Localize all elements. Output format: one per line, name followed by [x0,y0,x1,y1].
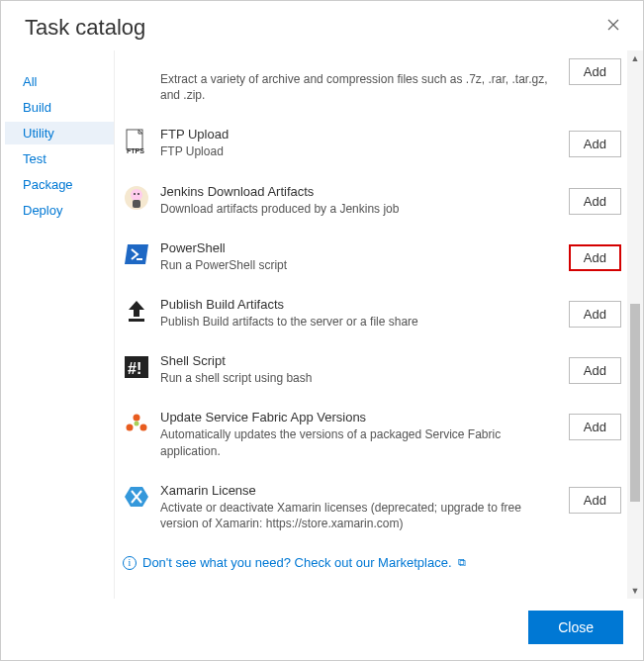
add-button[interactable]: Add [569,58,621,85]
svg-text:#!: #! [128,360,141,377]
task-description: FTP Upload [160,143,559,159]
svg-rect-7 [133,200,140,208]
task-title: FTP Upload [160,127,559,142]
task-row: Publish Build ArtifactsPublish Build art… [115,289,627,345]
task-description: Publish Build artifacts to the server or… [160,314,559,330]
sidebar-item-test[interactable]: Test [5,147,114,170]
task-row: Xamarin LicenseActivate or deactivate Xa… [115,475,627,547]
task-title: Publish Build Artifacts [160,297,559,312]
task-title: Jenkins Download Artifacts [160,184,559,199]
sidebar-item-build[interactable]: Build [5,96,114,119]
svg-text:FTPS: FTPS [127,147,144,154]
dialog-body: AllBuildUtilityTestPackageDeploy Extract… [1,50,643,599]
task-catalog-dialog: Task catalog AllBuildUtilityTestPackageD… [0,0,644,661]
sidebar-item-package[interactable]: Package [5,173,114,196]
xamarin-icon [123,483,150,511]
sidebar-item-utility[interactable]: Utility [5,122,114,144]
add-button[interactable]: Add [569,301,621,328]
main-panel: Extract FilesExtract a variety of archiv… [114,50,643,599]
sidebar-item-deploy[interactable]: Deploy [5,199,114,222]
shell-icon: #! [123,353,150,381]
task-description: Activate or deactivate Xamarin licenses … [160,500,559,531]
ftps-icon: FTPS [123,127,150,154]
close-button[interactable]: Close [528,611,623,644]
dialog-title: Task catalog [25,15,145,41]
info-icon: i [123,556,137,570]
task-row: Jenkins Download ArtifactsDownload artif… [115,176,627,233]
svg-rect-10 [129,319,144,322]
marketplace-link[interactable]: Don't see what you need? Check out our M… [142,555,452,570]
add-button[interactable]: Add [569,414,621,440]
task-text: Publish Build ArtifactsPublish Build art… [160,297,569,330]
task-text: Shell ScriptRun a shell script using bas… [160,353,569,386]
task-title: Shell Script [160,353,559,368]
task-text: Extract FilesExtract a variety of archiv… [160,54,569,103]
task-title: Xamarin License [160,483,559,498]
task-text: Jenkins Download ArtifactsDownload artif… [160,184,569,217]
task-text: Xamarin LicenseActivate or deactivate Xa… [160,483,569,531]
task-list: Extract FilesExtract a variety of archiv… [115,50,627,599]
add-button[interactable]: Add [569,131,621,157]
scroll-up-icon[interactable]: ▲ [627,50,643,66]
svg-point-9 [138,193,139,195]
category-sidebar: AllBuildUtilityTestPackageDeploy [5,50,114,599]
task-title: Update Service Fabric App Versions [160,410,559,425]
svg-point-15 [140,425,147,431]
task-text: PowerShellRun a PowerShell script [160,240,569,273]
task-description: Automatically updates the versions of a … [160,426,559,458]
task-row: FTPSFTP UploadFTP UploadAdd [115,119,627,175]
add-button[interactable]: Add [569,244,621,271]
svg-point-6 [131,189,142,201]
task-description: Run a shell script using bash [160,370,559,386]
add-button[interactable]: Add [569,188,621,215]
close-icon[interactable] [603,15,623,37]
jenkins-icon [123,184,150,212]
scrollbar-thumb[interactable] [630,304,640,502]
dialog-footer: Close [1,599,643,660]
task-description: Extract a variety of archive and compres… [160,71,559,103]
dialog-header: Task catalog [1,1,643,50]
task-row: PowerShellRun a PowerShell scriptAdd [115,233,627,289]
scroll-down-icon[interactable]: ▼ [627,583,643,599]
svg-point-13 [134,415,140,422]
task-text: FTP UploadFTP Upload [160,127,569,159]
svg-point-8 [134,193,136,195]
task-row: #!Shell ScriptRun a shell script using b… [115,345,627,402]
task-description: Download artifacts produced by a Jenkins… [160,201,559,217]
publish-icon [123,297,150,325]
scrollbar[interactable]: ▲ ▼ [627,50,643,599]
task-title: PowerShell [160,240,559,255]
task-row: Extract FilesExtract a variety of archiv… [115,54,627,119]
powershell-icon [123,240,150,268]
task-row: Update Service Fabric App VersionsAutoma… [115,402,627,474]
task-description: Run a PowerShell script [160,257,559,273]
fabric-icon [123,410,150,437]
external-link-icon: ⧉ [458,556,466,569]
add-button[interactable]: Add [569,357,621,384]
svg-point-14 [127,425,134,431]
sidebar-item-all[interactable]: All [5,70,114,93]
task-text: Update Service Fabric App VersionsAutoma… [160,410,569,458]
svg-point-16 [135,422,139,426]
marketplace-row: iDon't see what you need? Check out our … [115,547,627,582]
add-button[interactable]: Add [569,487,621,514]
